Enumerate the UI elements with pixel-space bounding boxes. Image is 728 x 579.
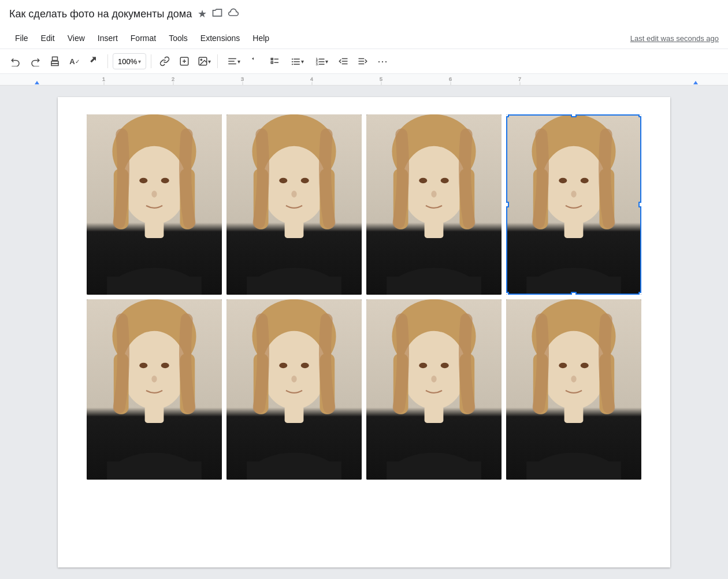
spellcheck-button[interactable]: A ✓: [66, 53, 83, 70]
svg-point-54: [139, 178, 147, 183]
svg-text:3.: 3.: [315, 62, 318, 66]
svg-point-84: [541, 146, 606, 225]
svg-rect-16: [294, 61, 300, 62]
bullet-list-button[interactable]: ▾: [286, 53, 308, 70]
menu-extensions[interactable]: Extensions: [195, 31, 246, 45]
handle-bot-right[interactable]: [638, 292, 641, 295]
image-button[interactable]: ▾: [195, 53, 213, 70]
svg-point-122: [161, 363, 169, 368]
last-edit-status[interactable]: Last edit was seconds ago: [630, 34, 719, 43]
print-button[interactable]: [46, 53, 64, 70]
photo-7[interactable]: [366, 299, 502, 480]
svg-point-155: [581, 363, 589, 368]
svg-text:6: 6: [449, 76, 452, 82]
handle-mid-right[interactable]: [638, 202, 641, 207]
svg-text:7: 7: [518, 76, 521, 82]
menu-edit[interactable]: Edit: [35, 31, 61, 45]
svg-point-87: [559, 178, 567, 183]
svg-rect-79: [425, 221, 444, 238]
svg-rect-25: [342, 58, 348, 60]
svg-rect-146: [425, 406, 444, 423]
svg-rect-159: [526, 462, 621, 480]
svg-rect-157: [564, 406, 584, 423]
menu-file[interactable]: File: [9, 31, 34, 45]
handle-top-mid[interactable]: [571, 114, 577, 117]
photo-3[interactable]: [366, 114, 502, 295]
undo-button[interactable]: [7, 53, 24, 70]
toolbar: A ✓ 100% ▾ ▾ ▾ ▾ 1.2.3. ▾ ⋯: [0, 49, 728, 74]
menu-bar: File Edit View Insert Format Tools Exten…: [0, 28, 728, 49]
svg-point-118: [122, 331, 187, 410]
checklist-button[interactable]: [266, 53, 284, 70]
svg-point-17: [292, 64, 293, 65]
document-area: [0, 86, 728, 579]
divider-3: [217, 54, 218, 68]
photo-1[interactable]: [87, 114, 222, 295]
paint-format-button[interactable]: [86, 53, 103, 70]
svg-point-132: [279, 363, 287, 368]
svg-point-56: [151, 191, 157, 198]
line-spacing-button[interactable]: [247, 53, 264, 70]
handle-bot-left[interactable]: [506, 292, 509, 295]
svg-point-66: [301, 178, 309, 183]
svg-rect-57: [145, 221, 164, 238]
page: [58, 97, 670, 567]
svg-rect-28: [359, 58, 365, 60]
menu-tools[interactable]: Tools: [163, 31, 194, 45]
decrease-indent-button[interactable]: [335, 53, 352, 70]
svg-point-134: [291, 376, 296, 383]
svg-point-140: [402, 331, 466, 410]
star-icon[interactable]: ★: [198, 8, 207, 20]
svg-rect-70: [247, 277, 341, 295]
comment-button[interactable]: [176, 53, 193, 70]
align-button[interactable]: ▾: [222, 53, 244, 70]
svg-point-76: [419, 178, 427, 183]
redo-button[interactable]: [27, 53, 44, 70]
ruler-svg: 1 2 3 4 5 6 7: [0, 74, 728, 86]
increase-indent-button[interactable]: [354, 53, 372, 70]
photo-4-selected[interactable]: [506, 114, 641, 295]
menu-format[interactable]: Format: [125, 31, 162, 45]
svg-rect-22: [319, 61, 325, 62]
svg-point-67: [291, 191, 296, 198]
title-bar: Как сделать фото на документы дома ★: [0, 0, 728, 28]
numbered-list-button[interactable]: 1.2.3. ▾: [310, 53, 332, 70]
svg-point-62: [262, 146, 326, 225]
svg-rect-14: [294, 59, 300, 60]
photo-5[interactable]: [87, 299, 222, 480]
menu-help[interactable]: Help: [247, 31, 275, 45]
title-icons: ★: [198, 7, 239, 21]
svg-rect-27: [342, 64, 348, 65]
more-options-button[interactable]: ⋯: [374, 53, 391, 70]
svg-point-123: [151, 376, 157, 383]
svg-rect-29: [359, 61, 365, 62]
svg-rect-26: [342, 61, 348, 62]
photo-8[interactable]: [506, 299, 641, 480]
svg-rect-11: [272, 62, 273, 64]
link-button[interactable]: [156, 53, 173, 70]
cloud-icon[interactable]: [228, 7, 239, 21]
svg-rect-81: [387, 277, 481, 295]
svg-rect-126: [107, 462, 202, 480]
zoom-control[interactable]: 100% ▾: [113, 53, 146, 69]
folder-icon[interactable]: [211, 7, 223, 21]
svg-rect-59: [107, 277, 202, 295]
svg-point-154: [559, 363, 567, 368]
svg-point-151: [541, 331, 606, 410]
svg-point-65: [279, 178, 287, 183]
photo-2[interactable]: [226, 114, 362, 295]
handle-top-right[interactable]: [638, 114, 641, 117]
handle-top-left[interactable]: [506, 114, 509, 117]
menu-insert[interactable]: Insert: [92, 31, 124, 45]
svg-point-145: [431, 376, 436, 383]
divider-2: [151, 54, 151, 68]
handle-bot-mid[interactable]: [571, 292, 577, 295]
menu-view[interactable]: View: [62, 31, 91, 45]
svg-text:1: 1: [102, 76, 105, 82]
handle-mid-left[interactable]: [506, 202, 509, 207]
svg-point-55: [161, 178, 169, 183]
svg-point-156: [571, 376, 576, 383]
svg-rect-90: [564, 221, 584, 238]
photo-6[interactable]: [226, 299, 362, 480]
svg-point-144: [441, 363, 449, 368]
